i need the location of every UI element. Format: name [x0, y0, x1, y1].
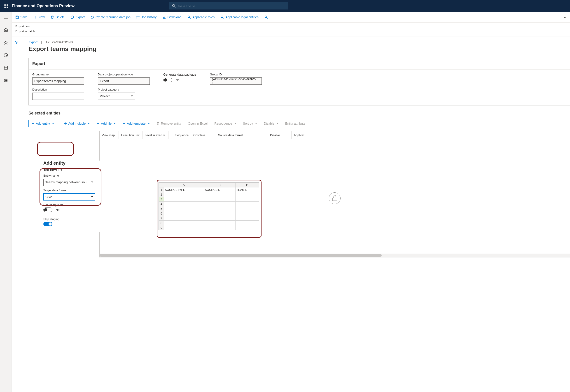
svg-rect-4 — [5, 5, 6, 6]
svg-point-53 — [334, 196, 334, 196]
export-batch-link[interactable]: Export in batch — [15, 29, 570, 34]
delete-label: Delete — [56, 15, 65, 19]
add-template-button[interactable]: Add template — [122, 122, 150, 125]
add-multiple-button[interactable]: Add multiple — [64, 122, 90, 125]
svg-line-40 — [266, 17, 268, 18]
table-row: 7 — [159, 216, 259, 221]
table-row: 9 — [159, 225, 259, 230]
col-exec-unit[interactable]: Execution unit — [119, 131, 142, 139]
new-button[interactable]: New — [33, 15, 45, 19]
sheet-corner[interactable] — [159, 183, 164, 187]
roles-label: Applicable roles — [192, 15, 215, 19]
save-icon — [15, 15, 19, 19]
global-search-input[interactable]: data mana — [169, 2, 288, 10]
resequence-button: Resequence — [214, 122, 236, 125]
workspace-icon[interactable] — [2, 64, 10, 71]
col-disable[interactable]: Disable — [268, 131, 292, 139]
home-icon[interactable] — [2, 26, 10, 33]
app-launcher-icon[interactable] — [0, 0, 12, 12]
col-src-fmt[interactable]: Source data format — [216, 131, 268, 139]
skip-staging-label: Skip staging — [43, 217, 102, 221]
col-level[interactable]: Level in executi... — [142, 131, 168, 139]
csv-preview-sheet: A B C 1SOURCETYPESOURCEIDTEAMID 2 3 4 5 … — [159, 182, 259, 230]
svg-point-37 — [221, 16, 223, 18]
add-file-button[interactable]: Add file — [97, 122, 116, 125]
use-sample-label: Use sample file — [43, 203, 102, 207]
export-card-header: Export — [29, 58, 570, 70]
op-type-input[interactable]: Export — [98, 77, 150, 85]
search-value: data mana — [178, 4, 195, 8]
svg-rect-8 — [7, 7, 8, 8]
col-view-map[interactable]: View map — [100, 131, 119, 139]
open-excel-button: Open in Excel — [188, 122, 208, 125]
empty-state-icon — [329, 192, 341, 204]
applicable-legal-button[interactable]: Applicable legal entities — [221, 15, 259, 19]
selected-entities-title: Selected entities — [28, 111, 570, 116]
app-title: Finance and Operations Preview — [12, 4, 74, 8]
hamburger-icon[interactable] — [2, 14, 10, 21]
export-button[interactable]: Export — [70, 15, 84, 19]
breadcrumb: Export | AX : OPERATIONS — [28, 41, 570, 44]
lines-icon[interactable] — [15, 52, 19, 57]
recurring-job-button[interactable]: Create recurring data job — [91, 15, 131, 19]
save-button[interactable]: Save — [15, 15, 28, 19]
svg-marker-41 — [15, 41, 18, 44]
table-row: 4 — [159, 202, 259, 206]
job-history-button[interactable]: Job history — [136, 15, 157, 19]
recurring-label: Create recurring data job — [96, 15, 131, 19]
applicable-roles-button[interactable]: Applicable roles — [187, 15, 215, 19]
col-c[interactable]: C — [235, 183, 259, 187]
col-obsolete[interactable]: Obsolete — [191, 131, 216, 139]
group-name-input[interactable]: Export teams mapping — [32, 77, 84, 85]
skip-staging-toggle[interactable] — [43, 222, 52, 226]
use-sample-toggle[interactable] — [43, 208, 52, 212]
entity-name-select[interactable]: Teams mapping between sou... — [43, 179, 95, 186]
svg-point-31 — [137, 17, 137, 17]
remove-entity-button: Remove entity — [156, 122, 181, 125]
svg-rect-1 — [5, 4, 6, 4]
svg-point-54 — [335, 196, 335, 196]
search-icon — [172, 4, 176, 8]
col-a[interactable]: A — [164, 183, 204, 187]
target-format-select[interactable]: CSV — [43, 193, 95, 200]
svg-line-36 — [190, 17, 191, 18]
modules-icon[interactable] — [2, 77, 10, 84]
col-applicat[interactable]: Applicat — [292, 131, 570, 139]
star-icon[interactable] — [2, 39, 10, 46]
group-name-label: Group name — [32, 73, 84, 76]
group-id-label: Group ID — [210, 73, 262, 76]
proj-cat-select[interactable]: Project — [98, 93, 135, 100]
table-row: 3 — [159, 197, 259, 202]
table-row: 5 — [159, 206, 259, 211]
entity-name-label: Entity name — [43, 174, 102, 177]
plus-icon — [33, 15, 37, 19]
gen-pkg-toggle[interactable] — [163, 78, 172, 82]
description-label: Description — [32, 88, 84, 91]
delete-button[interactable]: Delete — [51, 15, 65, 19]
page-title: Export teams mapping — [28, 45, 570, 53]
svg-rect-0 — [4, 4, 4, 4]
svg-point-35 — [188, 16, 190, 18]
more-commands-button[interactable]: ⋯ — [564, 15, 568, 20]
group-id-input[interactable]: {ACB8D441-8F0C-40A5-9DF2-1... — [210, 77, 262, 85]
grid-horizontal-scrollbar[interactable] — [100, 253, 570, 257]
table-row: 6 — [159, 211, 259, 216]
sort-by-button: Sort by — [243, 122, 257, 125]
table-row: 2 — [159, 192, 259, 197]
svg-point-55 — [336, 196, 336, 196]
add-entity-button[interactable]: Add entity — [28, 120, 57, 127]
job-details-label: JOB DETAILS — [43, 169, 102, 172]
svg-point-9 — [173, 4, 175, 7]
col-sequence[interactable]: Sequence — [168, 131, 191, 139]
svg-point-32 — [137, 18, 137, 18]
export-now-link[interactable]: Export now — [15, 24, 570, 29]
breadcrumb-root[interactable]: Export — [28, 41, 38, 44]
proj-cat-label: Project category — [98, 88, 150, 91]
col-b[interactable]: B — [204, 183, 235, 187]
filter-icon[interactable] — [15, 41, 19, 45]
description-input[interactable] — [32, 93, 84, 100]
find-button[interactable] — [264, 15, 268, 19]
download-button[interactable]: Download — [162, 15, 181, 19]
svg-marker-14 — [4, 41, 8, 44]
recent-icon[interactable] — [2, 52, 10, 59]
